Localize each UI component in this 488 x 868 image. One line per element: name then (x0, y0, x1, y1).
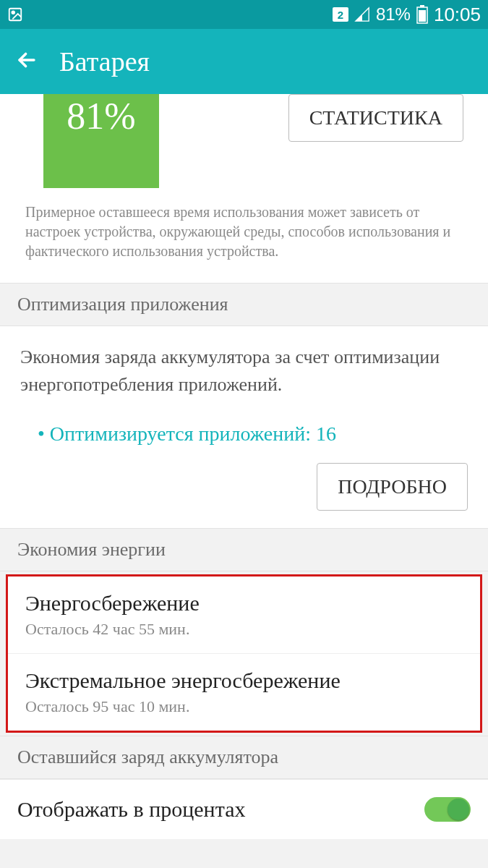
battery-level-block: 81% (43, 94, 159, 188)
image-icon (7, 7, 23, 22)
power-mode-title: Экстремальное энергосбережение (25, 668, 463, 693)
page-title: Батарея (59, 46, 150, 77)
status-bar: 2 81% 10:05 (0, 0, 488, 29)
section-header-power-saving: Экономия энергии (0, 528, 488, 571)
section-header-remaining: Оставшийся заряд аккумулятора (0, 736, 488, 779)
battery-summary-section: 81% СТАТИСТИКА Примерное оставшееся врем… (0, 94, 488, 283)
clock-text: 10:05 (434, 4, 481, 26)
back-icon[interactable] (14, 48, 39, 75)
optimization-section: Экономия заряда аккумулятора за счет опт… (0, 326, 488, 528)
highlighted-power-modes: Энергосбережение Осталось 42 час 55 мин.… (6, 574, 482, 733)
signal-icon (354, 7, 370, 22)
power-mode-item[interactable]: Экстремальное энергосбережение Осталось … (8, 654, 480, 731)
app-bar: Батарея (0, 29, 488, 94)
optimization-count: Оптимизируется приложений: 16 (38, 422, 468, 446)
power-mode-item[interactable]: Энергосбережение Осталось 42 час 55 мин. (8, 576, 480, 654)
statistics-button[interactable]: СТАТИСТИКА (288, 94, 463, 142)
show-percent-row[interactable]: Отображать в процентах (0, 779, 488, 839)
battery-icon (416, 5, 428, 24)
sim-slot-badge: 2 (333, 7, 348, 22)
details-button[interactable]: ПОДРОБНО (317, 463, 468, 511)
battery-level-text: 81% (67, 95, 135, 137)
optimization-description: Экономия заряда аккумулятора за счет опт… (20, 344, 468, 398)
power-mode-subtitle: Осталось 42 час 55 мин. (25, 620, 463, 639)
usage-disclaimer: Примерное оставшееся время использования… (22, 188, 466, 268)
power-mode-subtitle: Осталось 95 час 10 мин. (25, 697, 463, 716)
svg-point-1 (12, 11, 14, 14)
show-percent-label: Отображать в процентах (17, 797, 245, 822)
battery-percent-text: 81% (376, 4, 411, 25)
svg-rect-4 (419, 10, 426, 22)
power-mode-title: Энергосбережение (25, 591, 463, 616)
show-percent-toggle[interactable] (424, 797, 471, 822)
section-header-optimization: Оптимизация приложения (0, 283, 488, 326)
